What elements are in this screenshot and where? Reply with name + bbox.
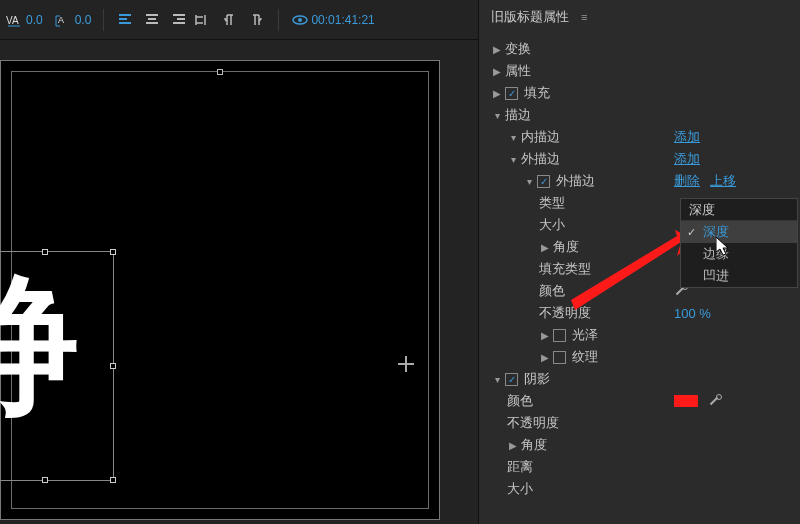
add-inner-stroke-link[interactable]: 添加: [674, 128, 700, 146]
delete-stroke-link[interactable]: 删除: [674, 172, 700, 190]
svg-text:VA: VA: [6, 15, 19, 26]
title-text-bbox[interactable]: 静: [0, 251, 114, 481]
dropdown-option-inset[interactable]: 凹进: [681, 265, 797, 287]
align-group: [116, 10, 266, 30]
texture-checkbox[interactable]: [553, 351, 566, 364]
chevron-down-icon[interactable]: ▾: [491, 374, 503, 385]
shadow-checkbox[interactable]: ✓: [505, 373, 518, 386]
panel-title: 旧版标题属性: [491, 8, 569, 26]
center-marker: [398, 356, 414, 372]
dropdown-current[interactable]: 深度: [681, 199, 797, 221]
chevron-right-icon[interactable]: ▶: [491, 44, 503, 55]
section-stroke[interactable]: ▾描边: [491, 104, 794, 126]
bbox-handle-r[interactable]: [110, 363, 116, 369]
chevron-down-icon[interactable]: ▾: [507, 132, 519, 143]
canvas-area: 静: [0, 40, 478, 524]
dropdown-option-depth[interactable]: 深度: [681, 221, 797, 243]
toolbar-divider: [103, 9, 104, 31]
chevron-right-icon[interactable]: ▶: [491, 66, 503, 77]
stroke-type-dropdown[interactable]: 深度 深度 边缘 凹进: [680, 198, 798, 288]
properties-panel: 旧版标题属性 ≡ ▶变换 ▶属性 ▶✓填充 ▾描边 ▾内描边添加 ▾外描边添加 …: [478, 0, 800, 524]
chevron-right-icon[interactable]: ▶: [539, 352, 551, 363]
eye-icon: [291, 12, 309, 28]
baseline-tool[interactable]: A 0.0: [55, 12, 92, 28]
move-up-link[interactable]: 上移: [710, 172, 736, 190]
handle-top[interactable]: [217, 69, 223, 75]
tab-button[interactable]: [194, 10, 214, 30]
align-left-button[interactable]: [116, 10, 136, 30]
baseline-value: 0.0: [75, 13, 92, 27]
fill-checkbox[interactable]: ✓: [505, 87, 518, 100]
timecode-display[interactable]: 00:01:41:21: [291, 12, 374, 28]
eyedropper-icon[interactable]: [708, 394, 722, 408]
shadow-color-swatch[interactable]: [674, 395, 698, 407]
bbox-handle-br[interactable]: [110, 477, 116, 483]
row-distance: 距离: [491, 456, 794, 478]
align-center-button[interactable]: [142, 10, 162, 30]
outer-stroke-enable-checkbox[interactable]: ✓: [537, 175, 550, 188]
bbox-handle-tr[interactable]: [110, 249, 116, 255]
paragraph-rtl-icon[interactable]: [246, 10, 266, 30]
title-glyph: 静: [0, 270, 73, 420]
row-outer-stroke[interactable]: ▾外描边添加: [491, 148, 794, 170]
align-right-button[interactable]: [168, 10, 188, 30]
preview-monitor[interactable]: 静: [0, 60, 440, 520]
row-texture[interactable]: ▶纹理: [491, 346, 794, 368]
kerning-value: 0.0: [26, 13, 43, 27]
row-shadow-color: 颜色: [491, 390, 794, 412]
dropdown-option-edge[interactable]: 边缘: [681, 243, 797, 265]
bbox-handle-b[interactable]: [42, 477, 48, 483]
row-shadow-angle[interactable]: ▶角度: [491, 434, 794, 456]
paragraph-ltr-icon[interactable]: [220, 10, 240, 30]
chevron-down-icon[interactable]: ▾: [507, 154, 519, 165]
kerning-icon: VA: [6, 12, 24, 28]
section-shadow[interactable]: ▾✓阴影: [491, 368, 794, 390]
row-inner-stroke[interactable]: ▾内描边添加: [491, 126, 794, 148]
chevron-right-icon[interactable]: ▶: [539, 242, 551, 253]
row-shadow-size: 大小: [491, 478, 794, 500]
row-outer-stroke-item[interactable]: ▾✓外描边删除上移: [491, 170, 794, 192]
row-sheen[interactable]: ▶光泽: [491, 324, 794, 346]
row-shadow-opacity: 不透明度: [491, 412, 794, 434]
panel-header: 旧版标题属性 ≡: [479, 0, 800, 34]
section-fill[interactable]: ▶✓填充: [491, 82, 794, 104]
timecode-value: 00:01:41:21: [311, 13, 374, 27]
chevron-down-icon[interactable]: ▾: [523, 176, 535, 187]
svg-point-3: [298, 18, 302, 22]
kerning-tool[interactable]: VA 0.0: [6, 12, 43, 28]
toolbar-divider-2: [278, 9, 279, 31]
bbox-handle-t[interactable]: [42, 249, 48, 255]
chevron-right-icon[interactable]: ▶: [539, 330, 551, 341]
section-properties[interactable]: ▶属性: [491, 60, 794, 82]
baseline-icon: A: [55, 12, 73, 28]
chevron-down-icon[interactable]: ▾: [491, 110, 503, 121]
section-transform[interactable]: ▶变换: [491, 38, 794, 60]
chevron-right-icon[interactable]: ▶: [507, 440, 519, 451]
chevron-right-icon[interactable]: ▶: [491, 88, 503, 99]
panel-menu-icon[interactable]: ≡: [581, 11, 587, 23]
row-opacity: 不透明度100 %: [491, 302, 794, 324]
opacity-value[interactable]: 100 %: [674, 306, 711, 321]
sheen-checkbox[interactable]: [553, 329, 566, 342]
add-outer-stroke-link[interactable]: 添加: [674, 150, 700, 168]
